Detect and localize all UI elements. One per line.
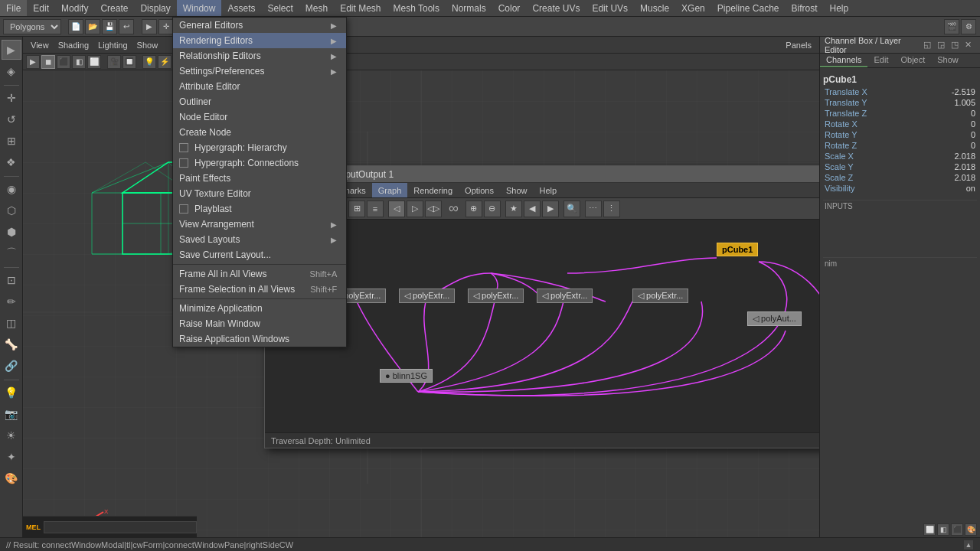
menu-modify[interactable]: Modify [55, 0, 94, 16]
mode-btn-5[interactable]: ⬜ [87, 55, 101, 69]
sculpt-icon[interactable]: ✏ [2, 292, 21, 311]
new-scene-btn[interactable]: 📄 [68, 19, 83, 34]
polygon-icon[interactable]: ⬢ [2, 222, 21, 242]
menu-frame-all[interactable]: Frame All in All Views Shift+A [173, 266, 346, 282]
hg-node-polyextr3[interactable]: ◁ polyExtr... [468, 289, 524, 303]
hg-search-btn[interactable]: 🔍 [564, 201, 580, 217]
fx-icon[interactable]: ✦ [2, 447, 21, 467]
paint-icon[interactable]: 🎨 [2, 468, 21, 488]
hg-node-polyaut[interactable]: ◁ polyAut... [747, 311, 802, 326]
deform-icon[interactable]: ◫ [2, 313, 21, 333]
mode-btn-3[interactable]: ⬛ [57, 55, 70, 69]
undo-btn[interactable]: ↩ [119, 19, 134, 34]
tab-show[interactable]: Show [931, 54, 965, 67]
hg-arrange-btn[interactable]: ≡ [367, 201, 384, 217]
layer-icon-3[interactable]: ⬛ [951, 523, 963, 536]
menu-pipeline-cache[interactable]: Pipeline Cache [711, 0, 786, 16]
hg-menu-show[interactable]: Show [500, 183, 534, 197]
hg-options2-btn[interactable]: ⋮ [603, 201, 620, 217]
menu-muscle[interactable]: Muscle [634, 0, 675, 16]
menu-node-editor[interactable]: Node Editor [173, 109, 346, 125]
tab-object[interactable]: Object [894, 54, 931, 67]
menu-raise-app-windows[interactable]: Raise Application Windows [173, 331, 346, 347]
soft-select-icon[interactable]: ◉ [2, 179, 21, 199]
hg-node-pcube1[interactable]: pCube1 [717, 243, 758, 256]
menu-saved-layouts[interactable]: Saved Layouts ▶ [173, 232, 346, 247]
hg-menu-graph[interactable]: Graph [372, 183, 408, 197]
nurbs-icon[interactable]: ⌒ [2, 243, 21, 263]
channel-rotate-x[interactable]: Rotate X 0 [823, 119, 977, 129]
constraint-icon[interactable]: 🔗 [2, 356, 21, 376]
render-icon[interactable]: 💡 [2, 383, 21, 403]
status-bar-collapse-btn[interactable]: ▲ [963, 540, 974, 550]
channel-rotate-z[interactable]: Rotate Z 0 [823, 140, 977, 151]
channel-scale-z[interactable]: Scale Z 2.018 [823, 172, 977, 183]
menu-raise-main[interactable]: Raise Main Window [173, 316, 346, 331]
select-tool-icon[interactable]: ▶ [2, 40, 21, 60]
menu-mesh-tools[interactable]: Mesh Tools [387, 0, 446, 16]
menu-select[interactable]: Select [261, 0, 299, 16]
open-btn[interactable]: 📂 [85, 19, 100, 34]
channel-scale-y[interactable]: Scale Y 2.018 [823, 161, 977, 172]
rp-icon-1[interactable]: ◱ [923, 40, 934, 51]
vp-view-btn[interactable]: View [26, 37, 54, 53]
rotate-tool-icon[interactable]: ↺ [2, 109, 21, 129]
menu-hypergraph-hierarchy[interactable]: Hypergraph: Hierarchy [173, 140, 346, 155]
camera-icon[interactable]: 📷 [2, 404, 21, 424]
cam-btn-2[interactable]: 🔲 [122, 55, 136, 69]
menu-uv-texture-editor[interactable]: UV Texture Editor [173, 186, 346, 201]
menu-hypergraph-connections[interactable]: Hypergraph: Connections [173, 155, 346, 171]
hg-node-polyextr4[interactable]: ◁ polyExtr... [537, 289, 593, 303]
hg-bookmark-btn[interactable]: ★ [505, 201, 522, 217]
rp-close[interactable]: ✕ [965, 40, 975, 51]
vp-show-btn[interactable]: Show [132, 37, 163, 53]
channel-rotate-y[interactable]: Rotate Y 0 [823, 129, 977, 140]
menu-edit-mesh[interactable]: Edit Mesh [334, 0, 387, 16]
layer-icon-4[interactable]: 🎨 [965, 523, 977, 536]
hg-layout-btn[interactable]: ⊞ [348, 201, 365, 217]
menu-window[interactable]: Window [177, 0, 222, 16]
select-btn[interactable]: ▶ [142, 19, 157, 34]
hg-collapse-btn[interactable]: ⊖ [484, 201, 501, 217]
menu-edit-uvs[interactable]: Edit UVs [586, 0, 634, 16]
hg-next-btn[interactable]: ▶ [542, 201, 559, 217]
hg-prev-btn[interactable]: ◀ [524, 201, 541, 217]
menu-attribute-editor[interactable]: Attribute Editor [173, 79, 346, 94]
hg-options-btn[interactable]: ⋯ [585, 201, 602, 217]
hg-node-blinn1sg[interactable]: ● blinn1SG [380, 369, 433, 383]
hg-node-polyextr5[interactable]: ◁ polyExtr... [632, 289, 688, 303]
create-poly-icon[interactable]: ⊡ [2, 270, 21, 290]
menu-xgen[interactable]: XGen [675, 0, 711, 16]
hypergraph-canvas[interactable]: pCube1 ◁ polyExtr... ◁ polyExtr... ◁ pol… [265, 220, 819, 432]
hg-expand-btn[interactable]: ⊕ [466, 201, 482, 217]
menu-relationship-editors[interactable]: Relationship Editors ▶ [173, 48, 346, 64]
menu-create[interactable]: Create [94, 0, 134, 16]
menu-assets[interactable]: Assets [221, 0, 261, 16]
mode-btn-4[interactable]: ◧ [72, 55, 86, 69]
menu-normals[interactable]: Normals [446, 0, 492, 16]
menu-color[interactable]: Color [492, 0, 527, 16]
channel-translate-x[interactable]: Translate X -2.519 [823, 86, 977, 97]
mode-btn-2[interactable]: ◼ [41, 55, 55, 69]
rigging-icon[interactable]: 🦴 [2, 334, 21, 354]
menu-general-editors[interactable]: General Editors ▶ [173, 18, 346, 33]
hq-render-btn[interactable]: ⚡ [158, 55, 172, 69]
rp-icon-3[interactable]: ◳ [951, 40, 962, 51]
lighting-icon[interactable]: ☀ [2, 425, 21, 445]
menu-file[interactable]: File [0, 0, 27, 16]
render-preview-btn[interactable]: 💡 [142, 55, 156, 69]
hg-output-btn[interactable]: ▷ [407, 201, 423, 217]
menu-edit[interactable]: Edit [27, 0, 55, 16]
move-btn[interactable]: ✛ [158, 19, 174, 34]
hg-menu-rendering[interactable]: Rendering [407, 183, 459, 197]
save-btn[interactable]: 💾 [102, 19, 117, 34]
vp-shading-btn[interactable]: Shading [54, 37, 93, 53]
menu-create-node[interactable]: Create Node [173, 125, 346, 140]
channel-translate-z[interactable]: Translate Z 0 [823, 108, 977, 119]
layer-icon-2[interactable]: ◧ [937, 523, 949, 536]
render-btn[interactable]: 🎬 [944, 19, 959, 34]
rp-icon-2[interactable]: ◲ [937, 40, 948, 51]
hg-menu-options[interactable]: Options [459, 183, 500, 197]
hg-node-polyextr2[interactable]: ◁ polyExtr... [399, 289, 455, 303]
menu-create-uvs[interactable]: Create UVs [526, 0, 586, 16]
